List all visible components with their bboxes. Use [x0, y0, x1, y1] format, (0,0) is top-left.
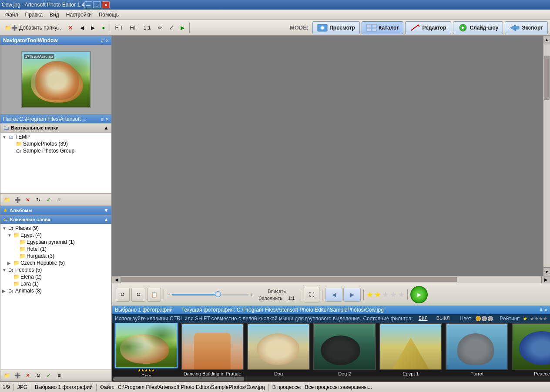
- menu-help[interactable]: Помощь: [95, 11, 122, 19]
- virtual-folders-collapse[interactable]: ▲: [104, 125, 109, 131]
- color-dot-yellow[interactable]: [476, 316, 481, 321]
- keyword-animals[interactable]: ▶ 🗂 Animals (8): [1, 287, 111, 294]
- star-5-button[interactable]: ★: [398, 290, 405, 299]
- hscroll-left-btn[interactable]: ◀: [112, 276, 121, 283]
- thumb-egypt1[interactable]: Egypt 1: [379, 323, 443, 376]
- strip-hscrollbar[interactable]: [112, 376, 550, 382]
- color-dot-gray[interactable]: [482, 316, 487, 321]
- zoom-fill-btn[interactable]: Заполнить: [256, 295, 285, 302]
- kw-delete-btn[interactable]: ✕: [23, 371, 33, 380]
- filter-on-button[interactable]: ВКЛ: [416, 315, 431, 322]
- keyword-places[interactable]: ▼ 🗂 Places (9): [1, 225, 111, 232]
- keyword-pyramid[interactable]: 📁 Egyptian pyramid (1): [1, 239, 111, 246]
- close-button[interactable]: ✕: [102, 1, 110, 8]
- strip-close-button[interactable]: ✕: [544, 308, 547, 312]
- keyword-hotel[interactable]: 📁 Hotel (1): [1, 246, 111, 252]
- mode-export-button[interactable]: Экспорт: [505, 21, 548, 34]
- zoom-fit-label[interactable]: Вписать: [265, 288, 288, 295]
- thumb-parrot[interactable]: Parrot: [445, 323, 509, 376]
- scrollbar-up-btn[interactable]: ▲: [543, 36, 550, 44]
- mode-catalog-button[interactable]: Каталог: [362, 21, 404, 34]
- scrollbar-down-btn[interactable]: ▼: [543, 267, 550, 276]
- kw-add2-btn[interactable]: ➕: [13, 371, 22, 380]
- menu-view[interactable]: Вид: [46, 11, 63, 19]
- one-to-one-button[interactable]: 1:1: [141, 22, 154, 34]
- scrollbar-thumb[interactable]: [544, 56, 550, 100]
- keyword-peoples[interactable]: ▼ 🗂 Peoples (5): [1, 266, 111, 273]
- folder-panel-close-button[interactable]: ✕: [105, 117, 109, 122]
- kw-add-btn[interactable]: 📁: [2, 371, 12, 380]
- folder-delete-btn[interactable]: ✕: [23, 195, 33, 205]
- menu-settings[interactable]: Настройки: [63, 11, 95, 19]
- tree-item-sample-photos[interactable]: 📁 SamplePhotos (39): [1, 140, 111, 147]
- add-folder-button[interactable]: 📁➕ Добавить папку...: [2, 22, 64, 34]
- keyword-czech[interactable]: ▶ 📁 Czech Republic (5): [1, 259, 111, 266]
- back-button[interactable]: ◀: [77, 22, 87, 34]
- folder-add2-btn[interactable]: ➕: [13, 195, 22, 205]
- thumb-dog[interactable]: Dog: [246, 323, 311, 376]
- info-button[interactable]: 📋: [147, 288, 161, 302]
- photo-scrollbar-right[interactable]: ▲ ▼: [543, 36, 550, 276]
- expand-button[interactable]: ⤢: [166, 22, 177, 34]
- zoom-minus-icon[interactable]: −: [167, 291, 170, 298]
- slideshow-play-button[interactable]: ▶: [410, 286, 428, 303]
- thumb-dog2[interactable]: Dog 2: [312, 323, 377, 376]
- hscroll-right-btn[interactable]: ▶: [541, 276, 550, 283]
- hscroll-thumb[interactable]: [121, 277, 457, 282]
- albums-collapse[interactable]: ▼: [104, 207, 109, 213]
- strip-pin-button[interactable]: #: [540, 308, 542, 312]
- fit-button[interactable]: FIT: [112, 22, 126, 34]
- star-2-button[interactable]: ★: [374, 290, 381, 299]
- navigator-close-button[interactable]: ✕: [105, 38, 109, 43]
- mode-editor-button[interactable]: Редактор: [405, 21, 451, 34]
- thumb-peacock[interactable]: Peacock: [511, 323, 550, 376]
- fullscreen-button[interactable]: ⛶: [304, 287, 319, 302]
- kw-check-btn[interactable]: ✓: [44, 371, 54, 380]
- star-1-button[interactable]: ★: [366, 290, 373, 299]
- zoom-slider[interactable]: [172, 294, 248, 296]
- refresh-button[interactable]: ●: [99, 22, 108, 34]
- rotate-right-button[interactable]: ↻: [131, 288, 145, 302]
- strip-hscroll-thumb[interactable]: [113, 377, 244, 381]
- forward-button[interactable]: ▶: [88, 22, 98, 34]
- thumb-prague[interactable]: Dancing Building in Prague: [180, 323, 245, 376]
- color-dot-gray2[interactable]: [488, 316, 493, 321]
- keyword-lara[interactable]: 📁 Lara (1): [1, 280, 111, 287]
- menu-edit[interactable]: Правка: [22, 11, 47, 19]
- thumb-cow[interactable]: ★★★★★ Cow: [114, 323, 178, 376]
- kw-settings-btn[interactable]: ≡: [54, 371, 64, 380]
- folder-refresh-btn[interactable]: ↻: [34, 195, 43, 205]
- temp-expand[interactable]: ▼: [2, 135, 7, 140]
- filter-off-button[interactable]: ВЫКЛ: [433, 315, 453, 322]
- mode-viewer-button[interactable]: Просмотр: [312, 21, 360, 34]
- star-4-button[interactable]: ★: [390, 290, 397, 299]
- zoom-handle[interactable]: [215, 291, 221, 297]
- navigator-pin-button[interactable]: #: [101, 38, 104, 43]
- kw-refresh-btn[interactable]: ↻: [34, 371, 43, 380]
- folder-add-btn[interactable]: 📁: [2, 195, 12, 205]
- zoom-1to1-btn[interactable]: 1:1: [286, 295, 297, 302]
- folder-settings-btn[interactable]: ≡: [54, 195, 64, 205]
- zoom-plus-icon[interactable]: +: [250, 291, 254, 298]
- rotate-left-button[interactable]: ↺: [116, 288, 130, 302]
- folder-check-btn[interactable]: ✓: [44, 195, 54, 205]
- albums-header[interactable]: ★ Альбомы ▼: [0, 206, 111, 215]
- keyword-egypt[interactable]: ▼ 📁 Egypt (4): [1, 232, 111, 239]
- menu-file[interactable]: Файл: [2, 11, 22, 19]
- photo-hscrollbar[interactable]: ◀ ▶: [112, 276, 550, 283]
- edit-button[interactable]: ✏: [155, 22, 165, 34]
- keywords-collapse[interactable]: ▲: [104, 216, 109, 223]
- fill-button[interactable]: Fill: [127, 22, 139, 34]
- tree-item-temp[interactable]: ▼ 🗂 TEMP: [1, 133, 111, 140]
- star-3-button[interactable]: ★: [382, 290, 389, 299]
- maximize-button[interactable]: □: [93, 1, 101, 8]
- tree-item-sample-group[interactable]: 🗂 Sample Photos Group: [1, 147, 111, 154]
- keyword-elena[interactable]: 📁 Elena (2): [1, 273, 111, 280]
- rating-filter-min[interactable]: ★: [523, 316, 527, 322]
- keyword-hurgada[interactable]: 📁 Hurgada (3): [1, 252, 111, 259]
- mode-slideshow-button[interactable]: Слайд-шоу: [453, 21, 503, 34]
- prev-photo-button[interactable]: ◀: [325, 288, 342, 302]
- play-toolbar-button[interactable]: ▶: [178, 22, 188, 34]
- delete-button[interactable]: ✕: [65, 22, 76, 34]
- folder-panel-pin-button[interactable]: #: [101, 117, 104, 122]
